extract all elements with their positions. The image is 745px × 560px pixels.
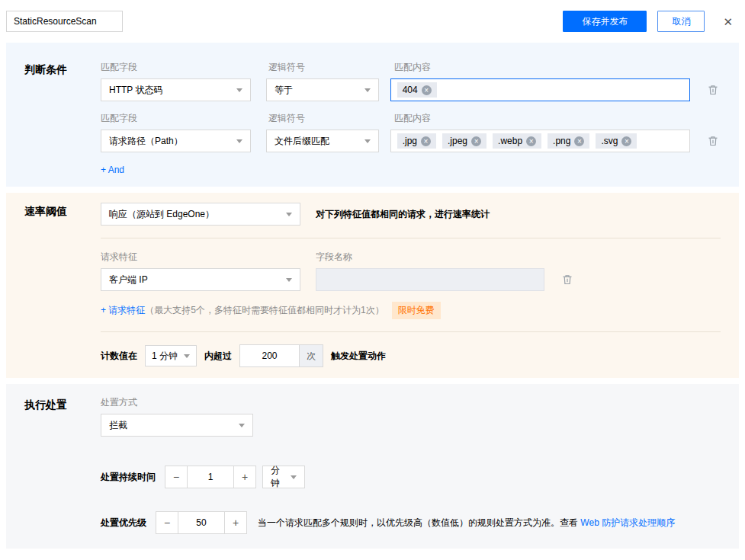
tag: .png × — [548, 133, 589, 149]
limited-free-badge: 限时免费 — [392, 302, 441, 319]
tag: .webp × — [493, 133, 541, 149]
add-feature-note: （最大支持5个，多特征时需要特征值都相同时才计为1次） — [145, 304, 384, 317]
match-field-value: 请求路径（Path） — [109, 135, 183, 148]
duration-decrease-button[interactable]: − — [165, 466, 188, 488]
condition-column-labels: 匹配字段 逻辑符号 匹配内容 — [101, 112, 721, 125]
match-field-select[interactable]: HTTP 状态码 — [101, 78, 251, 101]
duration-row: 处置持续时间 − + 分钟 — [101, 466, 721, 488]
priority-help-link[interactable]: Web 防护请求处理顺序 — [580, 517, 675, 528]
tag: .jpeg × — [442, 133, 486, 149]
delete-condition-button[interactable] — [705, 133, 721, 149]
priority-stepper: − + — [156, 511, 247, 534]
section-title-rate: 速率阈值 — [24, 203, 101, 367]
match-content-input[interactable]: .jpg × .jpeg × .webp × .png × .svg × — [390, 130, 690, 152]
chevron-down-icon — [291, 475, 297, 479]
conditions-body: 匹配字段 逻辑符号 匹配内容 HTTP 状态码 等于 404 × — [101, 61, 721, 175]
rule-name-input[interactable] — [6, 11, 123, 32]
rate-scope-row: 响应（源站到 EdgeOne） 对下列特征值都相同的请求，进行速率统计 — [101, 203, 721, 226]
column-label-operator: 逻辑符号 — [268, 61, 394, 74]
tag-close-icon[interactable]: × — [422, 85, 432, 95]
close-icon[interactable]: ✕ — [723, 16, 733, 27]
priority-value-input[interactable] — [178, 511, 224, 534]
section-conditions: 判断条件 匹配字段 逻辑符号 匹配内容 HTTP 状态码 等于 404 × — [6, 43, 739, 187]
column-label-match-field: 匹配字段 — [101, 112, 268, 125]
request-feature-select[interactable]: 客户端 IP — [101, 268, 300, 291]
trash-icon — [707, 135, 719, 147]
threshold-unit-label: 次 — [299, 344, 323, 367]
tag: .svg × — [596, 133, 637, 149]
tag-close-icon[interactable]: × — [421, 136, 431, 146]
tag: .jpg × — [397, 133, 436, 149]
duration-increase-button[interactable]: + — [233, 466, 256, 488]
tag-label: .svg — [601, 136, 618, 146]
save-publish-button[interactable]: 保存并发布 — [563, 11, 647, 32]
request-feature-value: 客户端 IP — [109, 274, 148, 286]
cancel-button[interactable]: 取消 — [657, 11, 705, 32]
count-prefix-label: 计数值在 — [101, 350, 137, 363]
priority-decrease-button[interactable]: − — [156, 511, 178, 534]
feature-label: 请求特征 — [101, 251, 316, 264]
chevron-down-icon — [184, 354, 190, 358]
add-and-condition-link[interactable]: + And — [101, 165, 124, 175]
tag-label: .webp — [498, 136, 522, 146]
tag-label: .jpeg — [448, 136, 467, 146]
match-content-input[interactable]: 404 × — [390, 78, 690, 101]
operator-select[interactable]: 文件后缀匹配 — [266, 130, 379, 152]
add-feature-link[interactable]: + 请求特征 — [101, 304, 145, 317]
operator-select[interactable]: 等于 — [266, 78, 379, 101]
tag: 404 × — [397, 82, 437, 98]
count-suffix-label: 触发处置动作 — [331, 350, 386, 363]
tag-close-icon[interactable]: × — [574, 136, 584, 146]
duration-unit-value: 分钟 — [271, 464, 284, 490]
add-feature-row: + 请求特征 （最大支持5个，多特征时需要特征值都相同时才计为1次） 限时免费 — [101, 302, 721, 319]
duration-label: 处置持续时间 — [101, 471, 156, 484]
chevron-down-icon — [236, 139, 242, 143]
action-body: 处置方式 拦截 处置持续时间 − + 分钟 处置优先级 − + 当 — [101, 396, 721, 534]
threshold-input[interactable] — [239, 344, 299, 367]
column-label-content: 匹配内容 — [394, 61, 699, 74]
period-select[interactable]: 1 分钟 — [145, 345, 197, 366]
match-field-value: HTTP 状态码 — [109, 84, 162, 97]
section-title-conditions: 判断条件 — [24, 61, 101, 175]
duration-value-input[interactable] — [188, 466, 233, 488]
count-mid-label: 内超过 — [204, 350, 232, 363]
operator-value: 文件后缀匹配 — [275, 135, 329, 148]
operator-value: 等于 — [275, 84, 293, 97]
feature-row: 客户端 IP — [101, 268, 721, 291]
header-bar: 保存并发布 取消 ✕ — [0, 0, 745, 43]
condition-row: 请求路径（Path） 文件后缀匹配 .jpg × .jpeg × .webp × — [101, 130, 721, 152]
feature-column-labels: 请求特征 字段名称 — [101, 251, 721, 264]
column-label-content: 匹配内容 — [394, 112, 699, 125]
divider — [101, 331, 721, 332]
rate-body: 响应（源站到 EdgeOne） 对下列特征值都相同的请求，进行速率统计 请求特征… — [101, 203, 721, 367]
section-title-action: 执行处置 — [24, 396, 101, 534]
field-name-input — [316, 268, 544, 291]
condition-column-labels: 匹配字段 逻辑符号 匹配内容 — [101, 61, 721, 74]
tag-close-icon[interactable]: × — [471, 136, 481, 146]
duration-unit-select[interactable]: 分钟 — [262, 466, 305, 488]
match-field-select[interactable]: 请求路径（Path） — [101, 130, 251, 152]
trash-icon — [561, 274, 573, 286]
delete-feature-button[interactable] — [560, 272, 575, 287]
threshold-input-group: 次 — [239, 344, 323, 367]
priority-increase-button[interactable]: + — [224, 511, 247, 534]
rate-scope-value: 响应（源站到 EdgeOne） — [109, 208, 214, 221]
chevron-down-icon — [239, 424, 245, 427]
section-action: 执行处置 处置方式 拦截 处置持续时间 − + 分钟 处置优先级 − + — [6, 384, 739, 549]
priority-row: 处置优先级 − + 当一个请求匹配多个规则时，以优先级高（数值低）的规则处置方式… — [101, 511, 721, 534]
tag-close-icon[interactable]: × — [526, 136, 536, 146]
delete-condition-button[interactable] — [705, 82, 721, 98]
chevron-down-icon — [364, 88, 371, 92]
chevron-down-icon — [364, 139, 371, 143]
tag-label: 404 — [403, 85, 418, 95]
priority-description: 当一个请求匹配多个规则时，以优先级高（数值低）的规则处置方式为准。查看 Web … — [258, 517, 675, 530]
method-select[interactable]: 拦截 — [101, 414, 253, 437]
tag-label: .jpg — [403, 136, 417, 146]
column-label-match-field: 匹配字段 — [101, 61, 268, 74]
field-name-label: 字段名称 — [316, 251, 352, 264]
counting-row: 计数值在 1 分钟 内超过 次 触发处置动作 — [101, 344, 721, 367]
rate-scope-select[interactable]: 响应（源站到 EdgeOne） — [101, 203, 300, 226]
tag-close-icon[interactable]: × — [621, 136, 631, 146]
trash-icon — [707, 84, 719, 96]
condition-row: HTTP 状态码 等于 404 × — [101, 78, 721, 101]
